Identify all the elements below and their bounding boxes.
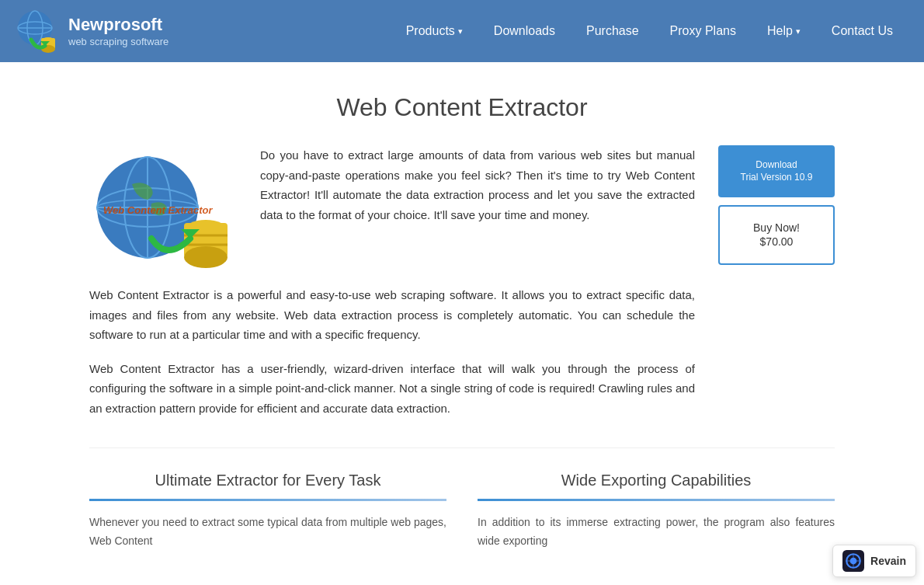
main-content: Web Content Extractor bbox=[74, 62, 850, 566]
nav-link-help[interactable]: Help ▾ bbox=[752, 0, 816, 62]
nav-link-purchase[interactable]: Purchase bbox=[571, 0, 655, 62]
help-caret-icon: ▾ bbox=[796, 26, 801, 37]
products-caret-icon: ▾ bbox=[458, 26, 463, 37]
feature-divider-exporting bbox=[478, 499, 835, 501]
feature-title-ultimate: Ultimate Extractor for Every Task bbox=[89, 472, 446, 489]
intro-paragraph-2: Web Content Extractor is a powerful and … bbox=[89, 285, 695, 345]
svg-point-16 bbox=[184, 246, 228, 268]
svg-text:Web Content Extractor: Web Content Extractor bbox=[103, 204, 214, 216]
revain-badge: Revain bbox=[832, 545, 916, 566]
download-button[interactable]: Download Trial Version 10.9 bbox=[718, 145, 835, 197]
feature-title-exporting: Wide Exporting Capabilities bbox=[478, 472, 835, 489]
intro-paragraph-3: Web Content Extractor has a user-friendl… bbox=[89, 359, 695, 419]
buy-button[interactable]: Buy Now! $70.00 bbox=[718, 205, 835, 264]
revain-label: Revain bbox=[870, 555, 906, 566]
nav-item-help[interactable]: Help ▾ bbox=[752, 0, 816, 62]
navbar: Newprosoft web scraping software Product… bbox=[0, 0, 924, 62]
nav-link-contact[interactable]: Contact Us bbox=[816, 0, 908, 62]
feature-text-exporting: In addition to its immerse extracting po… bbox=[478, 514, 835, 551]
nav-item-contact[interactable]: Contact Us bbox=[816, 0, 908, 62]
logo-icon bbox=[16, 9, 61, 54]
page-title: Web Content Extractor bbox=[89, 93, 835, 122]
nav-link-products[interactable]: Products ▾ bbox=[391, 0, 478, 62]
feature-divider-ultimate bbox=[89, 499, 446, 501]
nav-links: Products ▾ Downloads Purchase Proxy Plan… bbox=[391, 0, 908, 62]
feature-col-ultimate: Ultimate Extractor for Every Task Whenev… bbox=[89, 472, 446, 551]
revain-icon bbox=[842, 550, 864, 566]
logo-text: Newprosoft web scraping software bbox=[68, 15, 168, 47]
nav-item-products[interactable]: Products ▾ bbox=[391, 0, 478, 62]
nav-item-downloads[interactable]: Downloads bbox=[478, 0, 571, 62]
product-row: Web Content Extractor Do you have to ext… bbox=[89, 145, 835, 432]
feature-col-exporting: Wide Exporting Capabilities In addition … bbox=[478, 472, 835, 551]
intro-paragraph-1: Do you have to extract large amounts of … bbox=[260, 145, 695, 225]
sidebar-buttons: Download Trial Version 10.9 Buy Now! $70… bbox=[718, 145, 835, 265]
product-image: Web Content Extractor bbox=[89, 145, 245, 270]
nav-link-downloads[interactable]: Downloads bbox=[478, 0, 571, 62]
nav-item-proxy-plans[interactable]: Proxy Plans bbox=[655, 0, 752, 62]
nav-link-proxy-plans[interactable]: Proxy Plans bbox=[655, 0, 752, 62]
feature-text-ultimate: Whenever you need to extract some typica… bbox=[89, 514, 446, 551]
product-text-block: Web Content Extractor Do you have to ext… bbox=[89, 145, 695, 432]
nav-logo[interactable]: Newprosoft web scraping software bbox=[16, 9, 168, 54]
nav-item-purchase[interactable]: Purchase bbox=[571, 0, 655, 62]
features-section: Ultimate Extractor for Every Task Whenev… bbox=[89, 447, 835, 551]
